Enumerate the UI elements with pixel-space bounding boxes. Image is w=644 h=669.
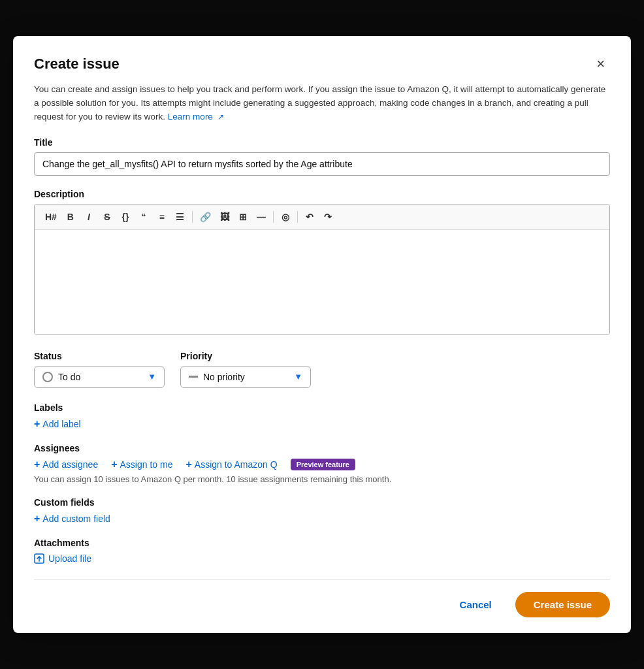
assign-to-me-button[interactable]: + Assign to me xyxy=(111,459,172,470)
add-label-button[interactable]: + Add label xyxy=(34,419,81,429)
external-link-icon: ↗︎ xyxy=(217,111,224,123)
priority-field-group: Priority No priority ▼ xyxy=(180,351,311,388)
upload-file-text: Upload file xyxy=(48,553,91,564)
toolbar-image-btn[interactable]: 🖼 xyxy=(216,210,233,224)
assign-to-me-plus-icon: + xyxy=(111,459,117,470)
add-assignee-plus-icon: + xyxy=(34,459,40,470)
toolbar-redo-btn[interactable]: ↷ xyxy=(319,210,336,224)
add-custom-field-plus-icon: + xyxy=(34,514,40,524)
description-label: Description xyxy=(34,189,610,199)
toolbar-bullet-list-btn[interactable]: ≡ xyxy=(153,210,170,224)
add-custom-field-button[interactable]: + Add custom field xyxy=(34,514,110,524)
title-input[interactable] xyxy=(34,152,610,176)
toolbar-preview-btn[interactable]: ◎ xyxy=(277,210,294,224)
toolbar-hr-btn[interactable]: — xyxy=(253,210,270,224)
cancel-button[interactable]: Cancel xyxy=(447,593,505,617)
status-value: To do xyxy=(58,372,80,382)
modal-overlay: Create issue × You can create and assign… xyxy=(0,0,644,669)
labels-section: Labels + Add label xyxy=(34,402,610,430)
preview-feature-badge: Preview feature xyxy=(291,459,355,470)
assign-amazon-q-text: Assign to Amazon Q xyxy=(195,459,278,470)
priority-label: Priority xyxy=(180,351,311,361)
priority-chevron-icon: ▼ xyxy=(294,372,302,382)
status-chevron-icon: ▼ xyxy=(148,372,156,382)
upload-icon xyxy=(34,553,44,564)
modal-intro-text: You can create and assign issues to help… xyxy=(34,83,610,124)
toolbar-divider-1 xyxy=(192,211,193,223)
status-label: Status xyxy=(34,351,165,361)
toolbar-divider-3 xyxy=(297,211,298,223)
learn-more-link[interactable]: Learn more ↗︎ xyxy=(168,112,224,122)
modal-title: Create issue xyxy=(34,56,120,73)
toolbar-link-btn[interactable]: 🔗 xyxy=(196,210,215,224)
custom-fields-label: Custom fields xyxy=(34,497,610,508)
assignees-row: + Add assignee + Assign to me + Assign t… xyxy=(34,459,610,470)
assignee-note: You can assign 10 issues to Amazon Q per… xyxy=(34,474,610,484)
add-assignee-button[interactable]: + Add assignee xyxy=(34,459,98,470)
upload-file-button[interactable]: Upload file xyxy=(34,553,91,564)
assign-amazon-q-plus-icon: + xyxy=(185,459,191,470)
attachments-label: Attachments xyxy=(34,538,610,548)
toolbar-table-btn[interactable]: ⊞ xyxy=(234,210,251,224)
create-issue-button[interactable]: Create issue xyxy=(515,592,610,617)
toolbar-undo-btn[interactable]: ↶ xyxy=(301,210,318,224)
toolbar-quote-btn[interactable]: “ xyxy=(135,210,152,224)
toolbar-strikethrough-btn[interactable]: S xyxy=(99,210,116,224)
add-label-text: Add label xyxy=(42,419,80,429)
editor-toolbar: H# B I S {} “ ≡ ☰ 🔗 🖼 ⊞ — ◎ ↶ xyxy=(35,204,609,230)
toolbar-bold-btn[interactable]: B xyxy=(62,210,79,224)
status-priority-row: Status To do ▼ Priority No priority ▼ xyxy=(34,351,610,388)
title-label: Title xyxy=(34,137,610,148)
toolbar-heading-btn[interactable]: H# xyxy=(41,210,61,224)
priority-dropdown[interactable]: No priority ▼ xyxy=(180,366,311,388)
add-assignee-text: Add assignee xyxy=(42,459,98,470)
priority-value: No priority xyxy=(203,372,245,382)
toolbar-ordered-list-btn[interactable]: ☰ xyxy=(172,210,189,224)
toolbar-italic-btn[interactable]: I xyxy=(80,210,97,224)
close-button[interactable]: × xyxy=(591,54,610,74)
assignees-section-label: Assignees xyxy=(34,443,610,453)
assign-to-me-text: Assign to me xyxy=(120,459,173,470)
attachments-section: Attachments Upload file xyxy=(34,538,610,566)
editor-body[interactable] xyxy=(35,230,609,334)
add-custom-field-text: Add custom field xyxy=(42,514,110,524)
toolbar-divider-2 xyxy=(273,211,274,223)
status-field-group: Status To do ▼ xyxy=(34,351,165,388)
priority-dash-icon xyxy=(189,376,198,378)
status-dropdown[interactable]: To do ▼ xyxy=(34,366,165,388)
custom-fields-section: Custom fields + Add custom field xyxy=(34,497,610,525)
description-section: Description H# B I S {} “ ≡ ☰ 🔗 🖼 ⊞ — xyxy=(34,189,610,335)
create-issue-modal: Create issue × You can create and assign… xyxy=(13,36,631,633)
modal-footer: Cancel Create issue xyxy=(34,579,610,617)
assign-to-amazon-q-button[interactable]: + Assign to Amazon Q xyxy=(185,459,277,470)
assignees-section: Assignees + Add assignee + Assign to me … xyxy=(34,443,610,484)
modal-header: Create issue × xyxy=(34,54,610,74)
toolbar-code-btn[interactable]: {} xyxy=(117,210,134,224)
description-editor: H# B I S {} “ ≡ ☰ 🔗 🖼 ⊞ — ◎ ↶ xyxy=(34,204,610,335)
status-circle-icon xyxy=(42,372,53,382)
labels-section-label: Labels xyxy=(34,402,610,413)
add-label-plus-icon: + xyxy=(34,419,40,429)
